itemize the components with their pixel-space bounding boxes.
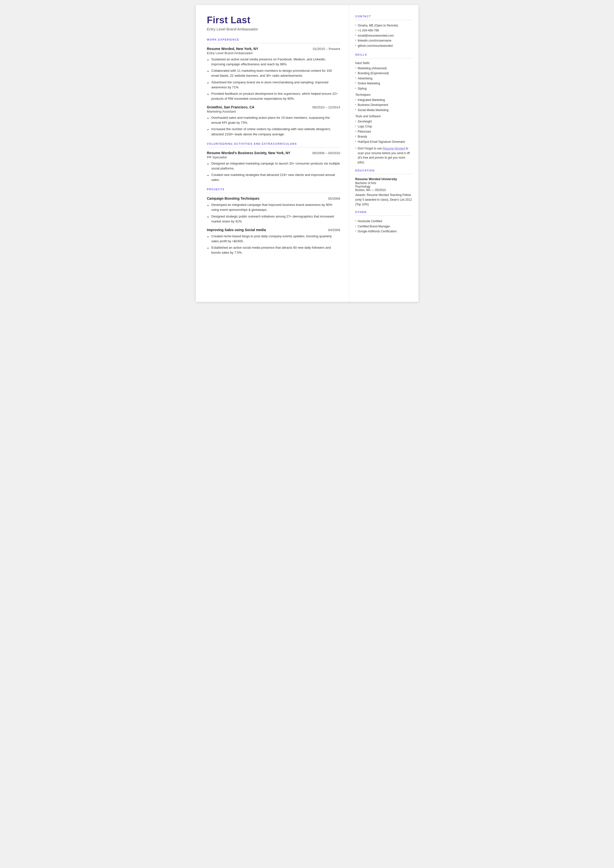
resume-page: First Last Entry Level Brand Ambassador … [196, 5, 419, 302]
right-column: CONTACT Omaha, ME (Open to Remote) +1-23… [349, 5, 419, 302]
job-2-date: 06/2010 – 12/2014 [312, 106, 340, 109]
job-2-company: Growthsi, San Francisco, CA [207, 105, 254, 109]
left-column: First Last Entry Level Brand Ambassador … [196, 5, 349, 302]
job-1: Resume Worded, New York, NY 01/2015 – Pr… [207, 47, 340, 55]
contact-list: Omaha, ME (Open to Remote) +1-234-456-78… [355, 23, 412, 48]
project-2: Improving Sales using Social media 04/20… [207, 228, 340, 232]
list-item: Certified Brand Manager. [355, 224, 412, 229]
tools-label: Tools and Software: [355, 115, 412, 118]
volunteer-job-1-title-row: Resume Worded's Business Society, New Yo… [207, 151, 340, 155]
tools-list: Zeroheight Logo Crisp Piktochart Brandy … [355, 119, 412, 144]
edu-school: Resume Worded University [355, 177, 412, 181]
list-item: Hootsuite Certified [355, 219, 412, 224]
job-2-title-row: Growthsi, San Francisco, CA 06/2010 – 12… [207, 105, 340, 109]
project-1-bullets: Developed an integrated campaign that im… [207, 202, 340, 224]
project-2-date: 04/2009 [328, 228, 340, 232]
list-item: HubSpot Email Signature Generator [355, 139, 412, 144]
job-1-role: Entry Level Brand Ambassador [207, 51, 340, 55]
list-item: Zeroheight [355, 119, 412, 124]
name: First Last [207, 15, 340, 25]
education-divider [355, 174, 412, 174]
edu-field: Psychology [355, 185, 412, 188]
project-1: Campaign Boosting Techniques 05/2009 [207, 196, 340, 200]
edu-awards: Awards: Resume Worded Teaching Fellow (o… [355, 193, 412, 207]
job-1-company: Resume Worded, New York, NY [207, 47, 258, 51]
techniques-label: Techniques: [355, 93, 412, 96]
volunteering-section: VOLUNTEERING ACTIVITIES AND EXTRACURRICU… [207, 142, 340, 183]
list-item: Piktochart [355, 129, 412, 134]
volunteer-job-1: Resume Worded's Business Society, New Yo… [207, 151, 340, 159]
projects-section: PROJECTS Campaign Boosting Techniques 05… [207, 188, 340, 255]
list-item: Advertising [355, 76, 412, 81]
resume-worded-link[interactable]: Resume Worded [383, 147, 405, 150]
list-item: Overhauled sales and marketing action pl… [207, 115, 340, 125]
job-2: Growthsi, San Francisco, CA 06/2010 – 12… [207, 105, 340, 113]
project-1-name: Campaign Boosting Techniques [207, 196, 260, 200]
job-1-bullets: Sustained an active social media presenc… [207, 57, 340, 101]
list-item: Designed an integrated marketing campaig… [207, 161, 340, 171]
techniques-list: Integrated Marketing Business Developmen… [355, 98, 412, 113]
job-1-date: 01/2015 – Present [313, 47, 340, 51]
list-item: Created niche-based blogs to post daily … [207, 234, 340, 244]
hard-skills-list: Marketing (Advanced) Branding (Experienc… [355, 66, 412, 91]
list-item: Online Marketing [355, 81, 412, 86]
other-list: Hootsuite Certified Certified Brand Mana… [355, 219, 412, 234]
project-1-title-row: Campaign Boosting Techniques 05/2009 [207, 196, 340, 200]
list-item: +1-234-456-789 [355, 28, 412, 33]
work-experience-section: WORK EXPERIENCE Resume Worded, New York,… [207, 38, 340, 137]
job-2-bullets: Overhauled sales and marketing action pl… [207, 115, 340, 137]
other-title: OTHER [355, 211, 412, 214]
volunteer-role: PR Specialist [207, 155, 340, 159]
list-item: Developed an integrated campaign that im… [207, 202, 340, 212]
list-item: linkedin.com/in/username [355, 38, 412, 43]
list-item: email@resumeworded.com [355, 33, 412, 38]
project-2-bullets: Created niche-based blogs to post daily … [207, 234, 340, 255]
volunteer-company: Resume Worded's Business Society, New Yo… [207, 151, 291, 155]
job-2-role: Marketing Assistant [207, 110, 340, 113]
list-item: Designed strategic public outreach initi… [207, 214, 340, 224]
project-2-title-row: Improving Sales using Social media 04/20… [207, 228, 340, 232]
education-title: EDUCATION [355, 169, 412, 172]
contact-section: CONTACT Omaha, ME (Open to Remote) +1-23… [355, 15, 412, 48]
list-item: Logo Crisp [355, 124, 412, 129]
volunteer-date: 06/2009 – 04/2010 [312, 151, 340, 155]
volunteer-divider [207, 147, 340, 148]
list-item: Omaha, ME (Open to Remote) [355, 23, 412, 28]
list-item: Google AdWords Certification. [355, 229, 412, 234]
list-item: Created new marketing strategies that at… [207, 172, 340, 182]
list-item: Provided feedback on product development… [207, 91, 340, 101]
list-item: Brandy [355, 134, 412, 139]
resume-worded-note: Don't forget to use Resume Worded to sca… [355, 146, 412, 165]
list-item: Branding (Experienced) [355, 71, 412, 76]
volunteering-title: VOLUNTEERING ACTIVITIES AND EXTRACURRICU… [207, 142, 340, 145]
list-item: github.com/resumeworded [355, 43, 412, 48]
list-item: Increased the number of online visitors … [207, 127, 340, 137]
list-item: Marketing (Advanced) [355, 66, 412, 71]
list-item: Styling [355, 86, 412, 91]
skills-section: SKILLS Hard Skills: Marketing (Advanced)… [355, 53, 412, 165]
contact-title: CONTACT [355, 15, 412, 18]
skills-title: SKILLS [355, 53, 412, 56]
hard-skills-label: Hard Skills: [355, 61, 412, 65]
list-item: Collaborated with 11 marketing team memb… [207, 68, 340, 78]
list-item: Established an active social media prese… [207, 245, 340, 255]
edu-degree: Bachelor of Arts [355, 182, 412, 185]
work-experience-title: WORK EXPERIENCE [207, 38, 340, 41]
list-item: Social Media Marketing [355, 108, 412, 113]
other-section: OTHER Hootsuite Certified Certified Bran… [355, 211, 412, 234]
education-section: EDUCATION Resume Worded University Bache… [355, 169, 412, 207]
subtitle: Entry Level Brand Ambassador [207, 27, 340, 31]
list-item: Business Development [355, 102, 412, 107]
list-item: Integrated Marketing [355, 98, 412, 102]
project-2-name: Improving Sales using Social media [207, 228, 266, 232]
list-item: Advertised the company brand via in-stor… [207, 80, 340, 90]
projects-title: PROJECTS [207, 188, 340, 191]
job-1-title-row: Resume Worded, New York, NY 01/2015 – Pr… [207, 47, 340, 51]
list-item: Sustained an active social media presenc… [207, 57, 340, 67]
edu-location: Boston, MA — 05/2010 [355, 188, 412, 192]
project-1-date: 05/2009 [328, 197, 340, 200]
volunteer-bullets: Designed an integrated marketing campaig… [207, 161, 340, 183]
contact-divider [355, 20, 412, 20]
